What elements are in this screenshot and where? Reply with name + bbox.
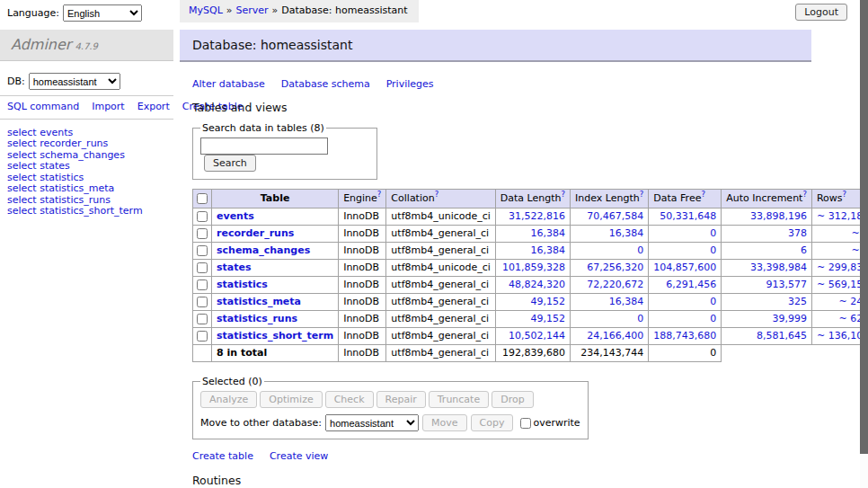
logout-button[interactable]: Logout	[795, 4, 847, 21]
index-length-link[interactable]: 16,384	[575, 296, 643, 308]
move-copy-button[interactable]: Copy	[471, 414, 514, 431]
selected-action-button[interactable]: Check	[325, 391, 374, 408]
search-input[interactable]	[200, 138, 328, 155]
index-length-link[interactable]: 70,467,584	[575, 210, 643, 223]
adminer-logo-link[interactable]: Adminer	[11, 36, 71, 53]
index-length-cell: 16,384	[571, 294, 649, 311]
selected-action-button[interactable]: Optimize	[260, 391, 322, 408]
data-free-link[interactable]: 0	[653, 296, 716, 308]
column-help-link[interactable]: ?	[843, 190, 847, 199]
data-free-link[interactable]: 0	[653, 227, 716, 240]
column-help-link[interactable]: ?	[562, 190, 566, 199]
row-checkbox[interactable]	[197, 297, 208, 307]
data-free-link[interactable]: 188,743,680	[653, 330, 716, 342]
search-button[interactable]: Search	[204, 155, 256, 172]
data-length-link[interactable]: 49,152	[500, 313, 565, 325]
auto-increment-link[interactable]: 33,398,984	[726, 262, 807, 274]
scrollbar[interactable]	[860, 0, 868, 488]
data-free-link[interactable]: 50,331,648	[653, 210, 716, 223]
overwrite-checkbox[interactable]	[520, 418, 531, 429]
column-help-link[interactable]: ?	[435, 190, 439, 199]
row-checkbox[interactable]	[197, 245, 208, 256]
db-select[interactable]: homeassistant	[29, 73, 120, 90]
row-checkbox[interactable]	[197, 331, 208, 342]
table-name-link[interactable]: statistics_runs	[217, 313, 297, 324]
sidebar-select-table-link[interactable]: select schema_changes	[7, 149, 125, 161]
table-name-link[interactable]: statistics_short_term	[217, 330, 333, 342]
table-name-link[interactable]: statistics	[217, 279, 268, 290]
data-free-link[interactable]: 6,291,456	[653, 279, 716, 291]
row-checkbox[interactable]	[197, 262, 208, 273]
database-action-link[interactable]: Privileges	[386, 78, 434, 90]
row-checkbox[interactable]	[197, 279, 208, 290]
index-length-link[interactable]: 67,256,320	[575, 262, 643, 274]
row-checkbox-cell	[193, 260, 212, 277]
language-select[interactable]: English	[63, 4, 142, 22]
column-help-link[interactable]: ?	[377, 190, 382, 199]
column-help-link[interactable]: ?	[802, 190, 807, 199]
selected-action-button[interactable]: Analyze	[200, 391, 257, 408]
auto-increment-link[interactable]: 8,581,645	[726, 330, 807, 342]
breadcrumb-mysql-link[interactable]: MySQL	[189, 4, 223, 16]
sidebar-action-link[interactable]: Import	[92, 101, 125, 112]
breadcrumb-server-link[interactable]: Server	[236, 4, 269, 16]
index-length-link[interactable]: 0	[575, 313, 643, 325]
auto-increment-cell: 6	[722, 243, 812, 260]
table-name-link[interactable]: schema_changes	[217, 244, 310, 256]
row-checkbox[interactable]	[197, 228, 208, 239]
sidebar-select-table-link[interactable]: select states	[7, 160, 70, 172]
index-length-link[interactable]: 24,166,400	[575, 330, 643, 342]
sidebar-select-table-link[interactable]: select recorder_runs	[7, 138, 108, 149]
auto-increment-link[interactable]: 6	[726, 244, 807, 257]
sidebar-action-link[interactable]: SQL command	[7, 101, 79, 112]
selected-action-button[interactable]: Truncate	[429, 391, 489, 408]
row-checkbox[interactable]	[197, 314, 208, 324]
auto-increment-link[interactable]: 378	[726, 227, 807, 240]
sidebar-select-table-link[interactable]: select events	[7, 127, 73, 138]
data-free-link[interactable]: 104,857,600	[653, 262, 716, 274]
sidebar-select-table-link[interactable]: select statistics_short_term	[7, 205, 143, 217]
data-free-link[interactable]: 0	[653, 244, 716, 257]
table-name-link[interactable]: recorder_runs	[217, 227, 294, 239]
sidebar-select-table-link[interactable]: select statistics	[7, 172, 84, 183]
table-name-link[interactable]: events	[217, 210, 254, 222]
engine-cell: InnoDB	[339, 328, 386, 345]
auto-increment-link[interactable]: 33,898,196	[726, 210, 807, 223]
select-all-checkbox[interactable]	[197, 193, 208, 204]
auto-increment-link[interactable]: 39,999	[726, 313, 807, 325]
auto-increment-link[interactable]: 325	[726, 296, 807, 308]
selected-action-button[interactable]: Drop	[492, 391, 533, 408]
data-length-link[interactable]: 16,384	[500, 244, 565, 257]
selected-action-button[interactable]: Repair	[376, 391, 426, 408]
sidebar-action-link[interactable]: Export	[137, 101, 170, 112]
sidebar-select-table-link[interactable]: select statistics_meta	[7, 182, 114, 194]
column-help-link[interactable]: ?	[640, 190, 644, 199]
index-length-link[interactable]: 0	[575, 244, 643, 257]
data-length-link[interactable]: 10,502,144	[500, 330, 565, 342]
row-checkbox[interactable]	[197, 211, 208, 222]
data-length-link[interactable]: 49,152	[500, 296, 565, 308]
index-length-link[interactable]: 72,220,672	[575, 279, 643, 291]
database-action-link[interactable]: Database schema	[281, 78, 370, 90]
create-link[interactable]: Create view	[270, 450, 328, 462]
create-link[interactable]: Create table	[192, 450, 253, 462]
database-action-link[interactable]: Alter database	[192, 78, 265, 90]
sidebar-select-table-link[interactable]: select statistics_runs	[7, 194, 111, 206]
scrollbar-thumb[interactable]	[860, 0, 868, 454]
data-length-link[interactable]: 16,384	[500, 227, 565, 240]
data-length-cell: 48,824,320	[495, 277, 570, 294]
column-help-link[interactable]: ?	[701, 190, 705, 199]
data-length-link[interactable]: 101,859,328	[500, 262, 565, 274]
data-length-link[interactable]: 48,824,320	[500, 279, 565, 291]
data-free-link[interactable]: 0	[653, 313, 716, 325]
index-length-link[interactable]: 16,384	[575, 227, 643, 240]
move-database-select[interactable]: homeassistant	[325, 414, 419, 431]
table-name-link[interactable]: statistics_meta	[217, 296, 301, 307]
data-length-link[interactable]: 31,522,816	[500, 210, 565, 223]
collation-cell: utf8mb4_general_ci	[386, 243, 495, 260]
engine-cell: InnoDB	[339, 209, 386, 226]
move-copy-button[interactable]: Move	[422, 414, 467, 431]
auto-increment-link[interactable]: 913,577	[726, 279, 807, 291]
table-name-link[interactable]: states	[217, 262, 252, 273]
total-collation-cell: utf8mb4_general_ci	[386, 345, 495, 362]
